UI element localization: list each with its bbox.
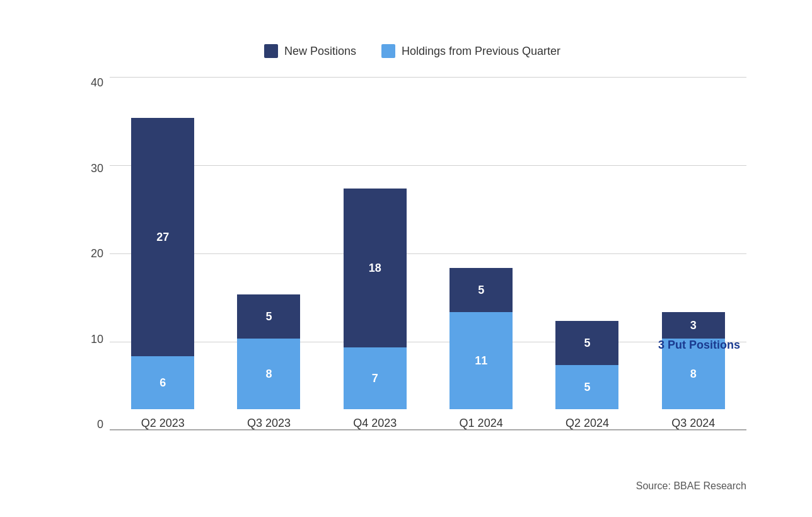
x-axis-line bbox=[110, 429, 746, 431]
legend-label-new-positions: New Positions bbox=[284, 45, 356, 58]
bar-group-q3-2023: 5 8 Q3 2023 bbox=[216, 77, 322, 430]
bar-group-q2-2024: 5 5 Q2 2024 bbox=[534, 77, 640, 430]
chart-container: New Positions Holdings from Previous Qua… bbox=[28, 19, 784, 498]
y-tick-20: 20 bbox=[91, 248, 110, 259]
bar-dark-q2-2023: 27 bbox=[131, 118, 194, 356]
source-label: Source: BBAE Research bbox=[636, 480, 746, 492]
bar-label-q3-2024: Q3 2024 bbox=[671, 417, 715, 430]
bar-stack-q3-2024: 3 8 bbox=[662, 312, 725, 409]
bar-dark-q4-2023: 18 bbox=[344, 189, 407, 347]
bar-label-q1-2024: Q1 2024 bbox=[460, 417, 503, 430]
y-tick-0: 0 bbox=[97, 419, 110, 430]
y-axis: 40 30 20 10 0 bbox=[78, 77, 110, 430]
annotation-put-positions: 3 Put Positions bbox=[658, 339, 740, 352]
bar-dark-q3-2023: 5 bbox=[237, 294, 300, 339]
y-tick-30: 30 bbox=[91, 163, 110, 174]
chart-area: 40 30 20 10 0 27 6 bbox=[78, 77, 746, 430]
bar-stack-q4-2023: 18 7 bbox=[344, 189, 407, 409]
legend-swatch-holdings bbox=[381, 44, 395, 58]
bar-label-q3-2023: Q3 2023 bbox=[247, 417, 291, 430]
bar-light-q2-2023: 6 bbox=[131, 356, 194, 409]
bar-group-q2-2023: 27 6 Q2 2023 bbox=[110, 77, 216, 430]
bar-dark-q1-2024: 5 bbox=[450, 268, 513, 312]
bar-group-q4-2023: 18 7 Q4 2023 bbox=[322, 77, 428, 430]
grid-line-0 bbox=[110, 430, 746, 431]
bar-label-q4-2023: Q4 2023 bbox=[353, 417, 397, 430]
legend-item-holdings: Holdings from Previous Quarter bbox=[381, 44, 560, 58]
bar-label-q2-2023: Q2 2023 bbox=[141, 417, 185, 430]
y-tick-10: 10 bbox=[91, 334, 110, 345]
bar-light-q2-2024: 5 bbox=[555, 365, 618, 409]
bar-light-q1-2024: 11 bbox=[450, 312, 513, 409]
bars-wrapper: 27 6 Q2 2023 5 8 Q3 2023 18 7 Q4 2023 bbox=[110, 77, 746, 430]
bar-light-q4-2023: 7 bbox=[344, 347, 407, 409]
bar-light-q3-2023: 8 bbox=[237, 339, 300, 409]
bar-stack-q2-2023: 27 6 bbox=[131, 118, 194, 409]
chart-legend: New Positions Holdings from Previous Qua… bbox=[78, 44, 746, 58]
bar-stack-q1-2024: 5 11 bbox=[450, 268, 513, 409]
bar-dark-q2-2024: 5 bbox=[555, 321, 618, 365]
legend-label-holdings: Holdings from Previous Quarter bbox=[402, 45, 560, 58]
y-tick-40: 40 bbox=[91, 77, 110, 88]
legend-item-new-positions: New Positions bbox=[264, 44, 356, 58]
bar-group-q3-2024: 3 8 Q3 2024 bbox=[641, 77, 746, 430]
legend-swatch-new-positions bbox=[264, 44, 278, 58]
bar-group-q1-2024: 5 11 Q1 2024 bbox=[428, 77, 534, 430]
bar-stack-q3-2023: 5 8 bbox=[237, 294, 300, 409]
bar-stack-q2-2024: 5 5 bbox=[555, 321, 618, 409]
bar-dark-q3-2024: 3 bbox=[662, 312, 725, 339]
bar-label-q2-2024: Q2 2024 bbox=[566, 417, 609, 430]
